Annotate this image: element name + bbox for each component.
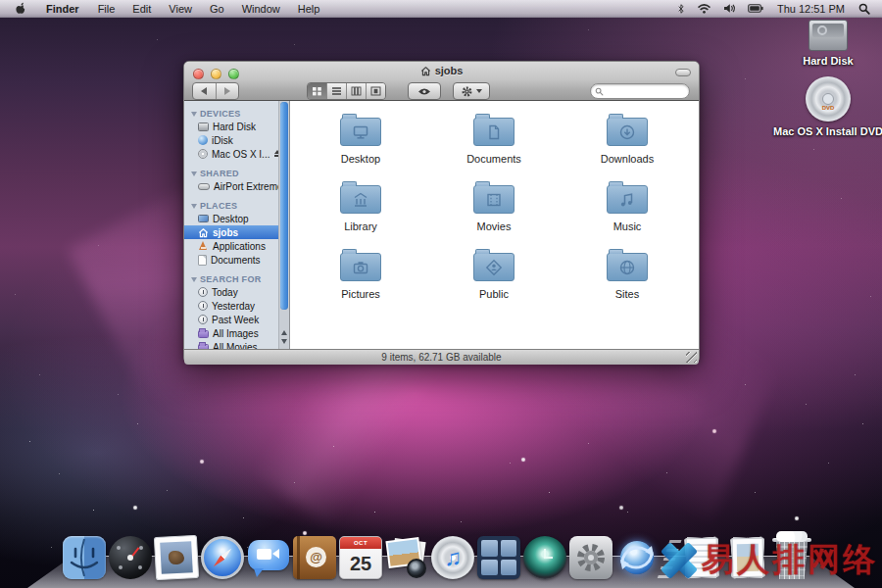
dock-mail-icon[interactable] — [154, 535, 199, 580]
dock-ichat-icon[interactable] — [247, 536, 290, 579]
folder-music[interactable]: Music — [607, 178, 648, 246]
icon-view-button[interactable] — [308, 83, 326, 99]
folder-pictures[interactable]: Pictures — [340, 246, 381, 314]
sidebar-item-label: Documents — [211, 255, 261, 266]
sidebar: DEVICES Hard Disk iDisk Mac OS X I... SH… — [184, 101, 278, 349]
dock-spaces-icon[interactable] — [477, 536, 520, 579]
desktop-icon-label: Mac OS X Install DVD — [773, 125, 882, 137]
sidebar-item-label: iDisk — [212, 135, 233, 146]
sidebar-item-applications[interactable]: Applications — [184, 239, 278, 253]
scroll-down-icon[interactable] — [281, 339, 287, 344]
scrollbar-thumb[interactable] — [280, 102, 288, 310]
dock-dashboard-icon[interactable] — [109, 536, 152, 579]
menu-clock[interactable]: Thu 12:51 PM — [771, 3, 851, 15]
volume-icon[interactable] — [719, 3, 740, 14]
dock-downloads-stack-icon[interactable] — [726, 536, 769, 579]
quick-look-button[interactable] — [408, 82, 441, 100]
sidebar-item-past-week[interactable]: Past Week — [184, 313, 278, 326]
battery-icon[interactable] — [744, 4, 767, 13]
nav-buttons — [192, 82, 239, 100]
dock-address-book-icon[interactable] — [293, 536, 336, 579]
menu-edit[interactable]: Edit — [123, 3, 160, 15]
folder-downloads[interactable]: Downloads — [601, 111, 654, 178]
sidebar-section-devices[interactable]: DEVICES — [184, 107, 278, 120]
menu-go[interactable]: Go — [201, 3, 233, 15]
sidebar-item-label: Today — [212, 287, 238, 298]
search-field[interactable] — [590, 83, 690, 99]
sidebar-item-install-dvd[interactable]: Mac OS X I... — [184, 147, 278, 161]
action-menu-button[interactable] — [453, 82, 490, 100]
search-input[interactable] — [604, 86, 674, 97]
sidebar-scrollbar[interactable] — [278, 101, 289, 349]
dock-safari-icon[interactable] — [201, 536, 244, 579]
dock-documents-stack-icon[interactable] — [680, 536, 723, 579]
disclosure-triangle-icon — [191, 204, 197, 209]
menu-file[interactable]: File — [89, 3, 124, 15]
dock-trash-icon[interactable] — [772, 534, 811, 579]
hard-disk-drive-icon — [808, 20, 848, 51]
sidebar-item-idisk[interactable]: iDisk — [184, 133, 278, 147]
sidebar-item-all-movies[interactable]: All Movies — [184, 340, 278, 349]
section-header-label: SEARCH FOR — [200, 274, 262, 284]
toolbar-toggle-button[interactable] — [675, 69, 691, 76]
column-view-button[interactable] — [346, 83, 366, 99]
sidebar-section-shared[interactable]: SHARED — [184, 167, 278, 179]
sidebar-item-today[interactable]: Today — [184, 285, 278, 299]
gauge-mark — [138, 565, 142, 569]
dock-finder-icon[interactable] — [63, 536, 106, 579]
sidebar-item-yesterday[interactable]: Yesterday — [184, 299, 278, 313]
folder-pictures-icon — [340, 253, 381, 281]
bluetooth-icon[interactable] — [673, 3, 689, 15]
sidebar-item-all-images[interactable]: All Images — [184, 326, 278, 340]
sidebar-section-search-for[interactable]: SEARCH FOR — [184, 272, 278, 285]
dock-time-machine-icon[interactable] — [523, 536, 566, 579]
menu-window[interactable]: Window — [233, 3, 289, 15]
desktop-icon-install-dvd[interactable]: DVD Mac OS X Install DVD — [750, 76, 882, 137]
dock-network-sync-icon[interactable] — [615, 536, 659, 579]
list-view-icon — [331, 86, 342, 96]
sidebar-item-documents[interactable]: Documents — [184, 253, 278, 267]
folder-contents[interactable]: Desktop Documents Downloads Library — [290, 101, 699, 349]
scroll-up-icon[interactable] — [281, 330, 287, 335]
sidebar-item-hard-disk[interactable]: Hard Disk — [184, 120, 278, 133]
stack-page — [686, 538, 718, 578]
space-tile — [481, 540, 498, 557]
list-view-button[interactable] — [326, 83, 346, 99]
sidebar-item-sjobs-selected[interactable]: sjobs — [184, 225, 278, 239]
menu-finder[interactable]: Finder — [37, 3, 89, 15]
folder-desktop[interactable]: Desktop — [340, 111, 381, 178]
sidebar-item-label: Mac OS X I... — [212, 149, 270, 160]
folder-movies[interactable]: Movies — [473, 178, 514, 246]
folder-sites[interactable]: Sites — [607, 246, 648, 314]
resize-grip[interactable] — [686, 352, 697, 363]
coverflow-view-button[interactable] — [366, 83, 385, 99]
wifi-icon[interactable] — [693, 3, 715, 14]
forward-button[interactable] — [216, 83, 239, 99]
desktop[interactable]: Finder File Edit View Go Window Help Thu… — [0, 0, 882, 588]
dock-iphoto-icon[interactable] — [385, 536, 428, 579]
apple-menu[interactable] — [0, 2, 37, 16]
spotlight-icon[interactable] — [855, 3, 874, 15]
window-titlebar[interactable]: sjobs — [184, 62, 699, 101]
folder-label: Music — [613, 220, 642, 232]
folder-library[interactable]: Library — [340, 178, 381, 246]
space-tile — [501, 540, 517, 557]
back-button[interactable] — [193, 83, 216, 99]
sidebar-item-desktop[interactable]: Desktop — [184, 212, 278, 225]
dock-system-preferences-icon[interactable] — [569, 536, 612, 579]
menu-help[interactable]: Help — [289, 3, 329, 15]
sidebar-section-places[interactable]: PLACES — [184, 199, 278, 212]
dock-itunes-icon[interactable]: ♫ — [431, 536, 474, 579]
clock-icon — [198, 301, 208, 311]
folder-documents[interactable]: Documents — [466, 111, 521, 178]
camera-lens-icon — [407, 559, 426, 578]
dock-ical-icon[interactable]: OCT 25 — [339, 536, 382, 579]
home-icon — [198, 227, 209, 238]
menu-view[interactable]: View — [160, 3, 201, 15]
sidebar-item-airport-extreme[interactable]: AirPort Extreme — [184, 179, 278, 193]
desktop-icon-hard-disk[interactable]: Hard Disk — [779, 20, 877, 67]
sidebar-item-label: AirPort Extreme — [214, 181, 278, 192]
stack-page — [732, 538, 764, 578]
folder-public[interactable]: Public — [473, 246, 514, 314]
folder-label: Documents — [466, 153, 521, 165]
